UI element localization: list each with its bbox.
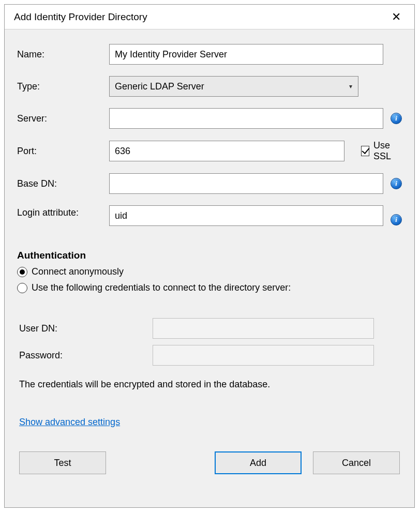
row-base-dn: Base DN: i xyxy=(17,173,402,194)
password-input xyxy=(153,345,374,366)
name-input[interactable] xyxy=(109,44,383,65)
row-name: Name: xyxy=(17,44,402,65)
button-bar: Test Add Cancel xyxy=(17,451,402,474)
port-label: Port: xyxy=(17,146,109,157)
base-dn-input[interactable] xyxy=(109,173,383,194)
titlebar: Add Identity Provider Directory ✕ xyxy=(5,5,414,29)
type-select[interactable]: Generic LDAP Server xyxy=(109,76,358,97)
server-input[interactable] xyxy=(109,108,383,129)
radio-anon[interactable] xyxy=(17,267,27,277)
port-input[interactable] xyxy=(109,141,344,161)
cancel-button[interactable]: Cancel xyxy=(313,451,400,474)
show-advanced-link[interactable]: Show advanced settings xyxy=(19,417,402,428)
radio-anon-label: Connect anonymously xyxy=(32,266,124,277)
row-type: Type: Generic LDAP Server ▾ xyxy=(17,76,402,97)
auth-heading: Authentication xyxy=(17,250,402,261)
credentials-block: User DN: Password: xyxy=(19,318,402,372)
use-ssl-label: Use SSL xyxy=(373,140,402,162)
dialog-title: Add Identity Provider Directory xyxy=(14,11,147,23)
row-user-dn: User DN: xyxy=(19,318,402,339)
add-button[interactable]: Add xyxy=(215,451,302,474)
row-login-attr: Login attribute: i xyxy=(17,205,402,226)
radio-connect-anon[interactable]: Connect anonymously xyxy=(17,266,402,277)
info-icon[interactable]: i xyxy=(391,113,402,124)
user-dn-input xyxy=(153,318,374,339)
user-dn-label: User DN: xyxy=(19,323,153,334)
row-port: Port: Use SSL xyxy=(17,140,402,162)
use-ssl-checkbox-group[interactable]: Use SSL xyxy=(361,140,402,162)
close-icon[interactable]: ✕ xyxy=(386,9,406,25)
login-attr-input[interactable] xyxy=(109,205,383,226)
password-label: Password: xyxy=(19,350,153,361)
info-icon[interactable]: i xyxy=(391,214,402,225)
radio-creds-label: Use the following credentials to connect… xyxy=(32,282,291,293)
name-label: Name: xyxy=(17,49,109,60)
base-dn-label: Base DN: xyxy=(17,178,109,189)
type-label: Type: xyxy=(17,81,109,92)
dialog-window: Add Identity Provider Directory ✕ Name: … xyxy=(4,4,415,508)
test-button[interactable]: Test xyxy=(19,451,106,474)
radio-creds[interactable] xyxy=(17,283,27,293)
row-password: Password: xyxy=(19,345,402,366)
use-ssl-checkbox[interactable] xyxy=(361,146,369,156)
info-icon[interactable]: i xyxy=(391,178,402,189)
login-attr-label: Login attribute: xyxy=(17,205,109,218)
credentials-note: The credentials will be encrypted and st… xyxy=(19,379,402,390)
radio-use-credentials[interactable]: Use the following credentials to connect… xyxy=(17,282,402,293)
server-label: Server: xyxy=(17,113,109,124)
row-server: Server: i xyxy=(17,108,402,129)
dialog-content: Name: Type: Generic LDAP Server ▾ Serve xyxy=(5,29,414,507)
